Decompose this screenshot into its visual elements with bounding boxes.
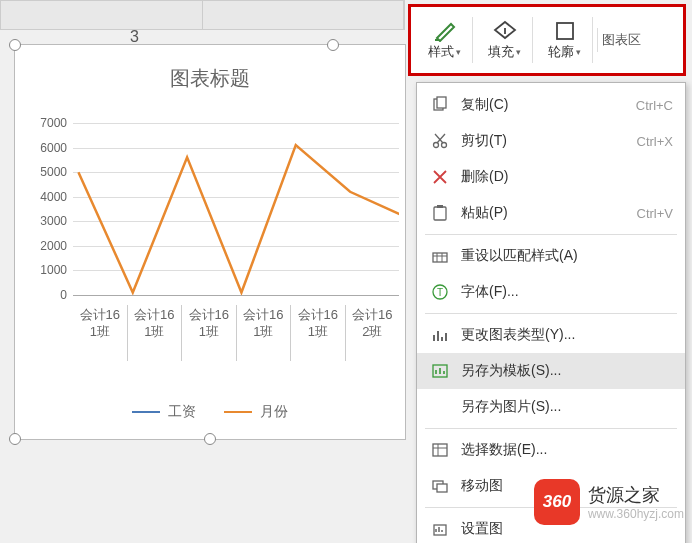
cut-icon [427, 130, 453, 152]
y-tick-label: 3000 [40, 214, 67, 228]
series-month-line[interactable] [78, 145, 399, 292]
svg-rect-11 [433, 444, 447, 456]
select-data-icon [427, 439, 453, 461]
x-tick-label: 会计16 1班 [236, 305, 291, 361]
format-chart-icon [427, 518, 453, 540]
x-tick-label: 会计16 1班 [127, 305, 182, 361]
menu-item-shortcut: Ctrl+X [637, 134, 673, 149]
outline-button[interactable]: 轮廓▾ [537, 17, 593, 63]
y-axis: 01000200030004000500060007000 [31, 123, 69, 295]
legend-item-month[interactable]: 月份 [224, 403, 288, 421]
fill-button[interactable]: 填充▾ [477, 17, 533, 63]
selection-handle[interactable] [204, 433, 216, 445]
menu-item-select-data[interactable]: 选择数据(E)... [417, 432, 685, 468]
format-mini-toolbar: 样式▾ 填充▾ 轮廓▾ 图表区 [408, 4, 686, 76]
style-icon [432, 19, 458, 43]
menu-item-label: 另存为图片(S)... [461, 398, 673, 416]
x-tick-label: 会计16 1班 [290, 305, 345, 361]
x-tick-label: 会计16 1班 [73, 305, 127, 361]
watermark-badge: 360 [534, 479, 580, 525]
style-button[interactable]: 样式▾ [417, 17, 473, 63]
outline-label: 轮廓 [548, 43, 574, 61]
y-tick-label: 0 [60, 288, 67, 302]
svg-rect-5 [434, 207, 446, 220]
menu-separator [425, 428, 677, 429]
chart-title[interactable]: 图表标题 [15, 65, 405, 92]
chevron-down-icon: ▾ [516, 47, 521, 57]
menu-item-save-image[interactable]: 另存为图片(S)... [417, 389, 685, 425]
font-icon: T [427, 281, 453, 303]
outline-icon [552, 19, 578, 43]
delete-icon [427, 166, 453, 188]
menu-item-cut[interactable]: 剪切(T)Ctrl+X [417, 123, 685, 159]
watermark-text: 货源之家 www.360hyzj.com [588, 483, 684, 521]
y-tick-label: 4000 [40, 190, 67, 204]
menu-separator [425, 313, 677, 314]
y-tick-label: 5000 [40, 165, 67, 179]
watermark-sub: www.360hyzj.com [588, 507, 684, 521]
legend-swatch [224, 411, 252, 413]
svg-rect-0 [557, 23, 573, 39]
chart-legend[interactable]: 工资 月份 [15, 403, 405, 421]
menu-item-paste[interactable]: 粘贴(P)Ctrl+V [417, 195, 685, 231]
svg-rect-6 [437, 205, 443, 208]
menu-item-label: 更改图表类型(Y)... [461, 326, 673, 344]
reset-icon [427, 245, 453, 267]
chevron-down-icon: ▾ [576, 47, 581, 57]
selection-handle[interactable] [9, 39, 21, 51]
watermark: 360 货源之家 www.360hyzj.com [534, 479, 684, 525]
save-template-icon [427, 360, 453, 382]
menu-item-reset[interactable]: 重设以匹配样式(A) [417, 238, 685, 274]
fill-icon [492, 19, 518, 43]
column-header-row [0, 0, 405, 30]
x-tick-label: 会计16 1班 [181, 305, 236, 361]
save-image-icon [427, 396, 453, 418]
svg-text:T: T [437, 287, 443, 298]
move-chart-icon [427, 475, 453, 497]
menu-item-font[interactable]: T字体(F)... [417, 274, 685, 310]
menu-item-shortcut: Ctrl+C [636, 98, 673, 113]
watermark-title: 货源之家 [588, 483, 684, 507]
line-series[interactable] [73, 123, 399, 295]
column-header-cell [203, 1, 405, 29]
selection-handle[interactable] [9, 433, 21, 445]
legend-label: 工资 [168, 403, 196, 421]
column-header-cell [1, 1, 203, 29]
menu-item-change-chart[interactable]: 更改图表类型(Y)... [417, 317, 685, 353]
legend-swatch [132, 411, 160, 413]
legend-label: 月份 [260, 403, 288, 421]
menu-item-label: 剪切(T) [461, 132, 637, 150]
x-axis-line [73, 295, 399, 296]
selection-handle[interactable] [327, 39, 339, 51]
x-axis-labels: 会计16 1班会计16 1班会计16 1班会计16 1班会计16 1班会计16 … [73, 305, 399, 361]
menu-separator [425, 234, 677, 235]
plot-area[interactable]: 01000200030004000500060007000 会计16 1班会计1… [31, 123, 401, 323]
menu-item-label: 粘贴(P) [461, 204, 637, 222]
y-tick-label: 2000 [40, 239, 67, 253]
menu-item-delete[interactable]: 删除(D) [417, 159, 685, 195]
embedded-chart[interactable]: 图表标题 01000200030004000500060007000 会计16 … [14, 44, 406, 440]
x-tick-label: 会计16 2班 [345, 305, 400, 361]
menu-item-copy[interactable]: 复制(C)Ctrl+C [417, 87, 685, 123]
y-tick-label: 7000 [40, 116, 67, 130]
y-tick-label: 6000 [40, 141, 67, 155]
menu-item-shortcut: Ctrl+V [637, 206, 673, 221]
legend-item-salary[interactable]: 工资 [132, 403, 196, 421]
menu-item-label: 选择数据(E)... [461, 441, 673, 459]
menu-item-save-template[interactable]: 另存为模板(S)... [417, 353, 685, 389]
chevron-down-icon: ▾ [456, 47, 461, 57]
menu-item-label: 另存为模板(S)... [461, 362, 673, 380]
menu-item-label: 复制(C) [461, 96, 636, 114]
copy-icon [427, 94, 453, 116]
menu-item-label: 删除(D) [461, 168, 673, 186]
chart-context-menu: 复制(C)Ctrl+C剪切(T)Ctrl+X删除(D)粘贴(P)Ctrl+V重设… [416, 82, 686, 543]
style-label: 样式 [428, 43, 454, 61]
y-tick-label: 1000 [40, 263, 67, 277]
menu-item-label: 重设以匹配样式(A) [461, 247, 673, 265]
svg-point-3 [434, 143, 439, 148]
svg-rect-13 [437, 484, 447, 492]
menu-item-label: 字体(F)... [461, 283, 673, 301]
change-chart-icon [427, 324, 453, 346]
chart-area-selector[interactable]: 图表区 [597, 28, 641, 52]
svg-rect-7 [433, 253, 447, 262]
